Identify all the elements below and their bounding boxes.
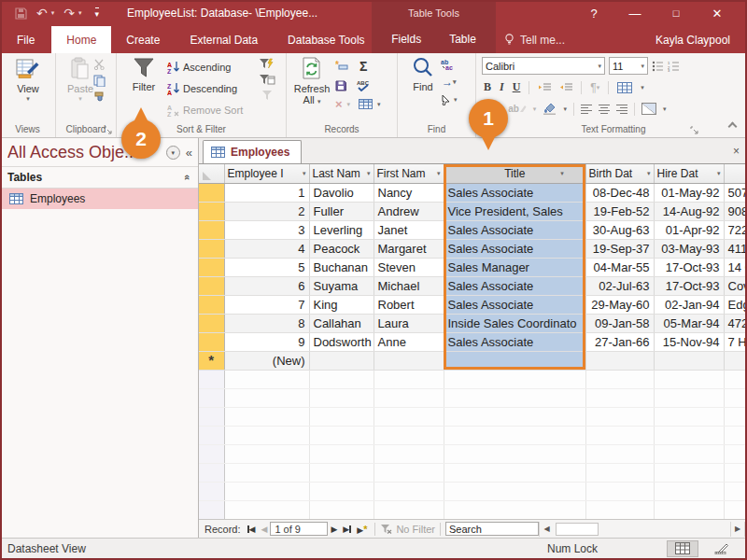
tab-create[interactable]: Create <box>111 26 175 53</box>
empty-cell[interactable] <box>654 426 724 444</box>
empty-cell[interactable] <box>224 388 309 407</box>
column-header-hire-date[interactable]: Hire Dat▾ <box>654 164 724 183</box>
cell-address-partial[interactable]: Edg <box>724 295 747 314</box>
empty-cell[interactable] <box>444 388 585 407</box>
record-selector[interactable] <box>199 332 224 351</box>
empty-cell[interactable] <box>444 426 585 444</box>
cell-employee-id[interactable]: 5 <box>224 258 309 276</box>
highlight-color-icon[interactable]: ab <box>508 104 527 114</box>
cell-employee-id[interactable]: 8 <box>224 314 309 332</box>
delete-record-icon[interactable]: × <box>335 97 343 111</box>
cell-hire-date[interactable]: 01-May-92 <box>654 183 724 202</box>
close-button[interactable]: ✕ <box>697 7 738 21</box>
toggle-filter-icon[interactable] <box>259 90 275 101</box>
empty-cell[interactable] <box>374 444 444 463</box>
empty-selector[interactable] <box>199 370 224 388</box>
scrollbar-thumb[interactable] <box>556 523 599 536</box>
cell-hire-date[interactable]: 14-Aug-92 <box>654 202 724 220</box>
font-size-combobox[interactable]: 11▾ <box>609 57 648 75</box>
empty-cell[interactable] <box>309 463 374 482</box>
empty-selector[interactable] <box>199 482 224 500</box>
tab-table[interactable]: Table <box>449 33 476 46</box>
column-header-birth-date[interactable]: Birth Dat▾ <box>585 164 654 183</box>
empty-selector[interactable] <box>199 444 224 463</box>
empty-cell[interactable] <box>585 500 654 519</box>
text-formatting-dialog-launcher-icon[interactable] <box>690 126 698 134</box>
cell-employee-id[interactable]: 3 <box>224 220 309 239</box>
filter-status[interactable]: No Filter <box>380 524 435 535</box>
column-header-employee-id[interactable]: Employee I▾ <box>224 164 309 183</box>
cell-title-new[interactable] <box>444 351 585 370</box>
cell-first-name[interactable]: Steven <box>374 258 444 276</box>
redo-icon[interactable]: ↷ <box>63 7 75 20</box>
user-name[interactable]: Kayla Claypool <box>655 26 730 53</box>
empty-cell[interactable] <box>444 407 585 426</box>
undo-dropdown-icon[interactable]: ▾ <box>51 9 55 17</box>
new-record-selector[interactable]: * <box>199 351 224 370</box>
redo-dropdown-icon[interactable]: ▾ <box>78 9 82 17</box>
cut-icon[interactable] <box>93 59 106 70</box>
cell-address-partial[interactable]: 472 <box>724 314 747 332</box>
cell-last-name[interactable]: King <box>309 295 374 314</box>
scroll-right-icon[interactable]: ▶ <box>730 522 745 537</box>
record-selector[interactable] <box>199 314 224 332</box>
cell-new[interactable]: (New) <box>224 351 309 370</box>
column-header-partial[interactable] <box>724 164 747 183</box>
empty-cell[interactable] <box>724 463 747 482</box>
cell-last-name[interactable]: Callahan <box>309 314 374 332</box>
bullets-icon[interactable] <box>652 61 664 72</box>
empty-cell[interactable] <box>309 500 374 519</box>
empty-cell[interactable] <box>444 370 585 388</box>
empty-cell[interactable] <box>724 482 747 500</box>
cell-hire-date[interactable]: 01-Apr-92 <box>654 220 724 239</box>
cell-address-partial[interactable]: 14 G <box>724 258 747 276</box>
bold-icon[interactable]: B <box>484 80 491 94</box>
italic-icon[interactable]: I <box>500 80 504 94</box>
empty-cell[interactable] <box>224 370 309 388</box>
empty-cell[interactable] <box>724 370 747 388</box>
cell-first-name[interactable]: Janet <box>374 220 444 239</box>
record-selector[interactable] <box>199 295 224 314</box>
advanced-filter-icon[interactable] <box>259 74 275 85</box>
tab-fields[interactable]: Fields <box>391 33 421 46</box>
cell-last-name[interactable]: Davolio <box>309 183 374 202</box>
empty-cell[interactable] <box>224 426 309 444</box>
empty-cell[interactable] <box>724 500 747 519</box>
save-icon[interactable] <box>15 7 27 20</box>
first-record-icon[interactable]: ◀ <box>245 525 259 534</box>
cell-birth-date[interactable]: 08-Dec-48 <box>585 183 654 202</box>
replace-icon[interactable]: abac <box>441 59 458 70</box>
cell-employee-id[interactable]: 7 <box>224 295 309 314</box>
empty-cell[interactable] <box>224 500 309 519</box>
empty-cell[interactable] <box>585 463 654 482</box>
alternate-row-color-icon[interactable] <box>641 103 656 115</box>
numbering-icon[interactable]: 123 <box>668 61 680 72</box>
cell-birth-date[interactable]: 04-Mar-55 <box>585 258 654 276</box>
cell-title[interactable]: Sales Associate <box>444 239 585 258</box>
tell-me-box[interactable]: Tell me... <box>504 26 565 53</box>
section-collapse-icon[interactable]: « <box>182 175 193 180</box>
empty-cell[interactable] <box>309 482 374 500</box>
datasheet-view-button[interactable] <box>667 540 698 557</box>
empty-cell[interactable] <box>224 407 309 426</box>
empty-cell[interactable] <box>444 482 585 500</box>
gridlines-icon[interactable] <box>617 82 632 93</box>
customize-qat-icon[interactable]: ▾ <box>95 7 100 19</box>
cell-address-partial[interactable]: 722 <box>724 220 747 239</box>
view-button[interactable]: View▾ <box>7 57 49 103</box>
cell-birth-date[interactable]: 30-Aug-63 <box>585 220 654 239</box>
cell-last-name[interactable]: Buchanan <box>309 258 374 276</box>
cell-birth-date[interactable]: 27-Jan-66 <box>585 332 654 351</box>
empty-cell[interactable] <box>374 500 444 519</box>
empty-cell[interactable] <box>654 407 724 426</box>
cell-first-name[interactable]: Nancy <box>374 183 444 202</box>
empty-cell[interactable] <box>585 444 654 463</box>
cell-hire-date[interactable]: 02-Jan-94 <box>654 295 724 314</box>
empty-cell[interactable] <box>444 444 585 463</box>
cell-employee-id[interactable]: 1 <box>224 183 309 202</box>
cell-hire-date[interactable]: 17-Oct-93 <box>654 276 724 295</box>
cell-birth-date[interactable]: 09-Jan-58 <box>585 314 654 332</box>
cell-first-name[interactable]: Margaret <box>374 239 444 258</box>
last-record-icon[interactable]: ▶ <box>340 525 354 534</box>
empty-selector[interactable] <box>199 426 224 444</box>
